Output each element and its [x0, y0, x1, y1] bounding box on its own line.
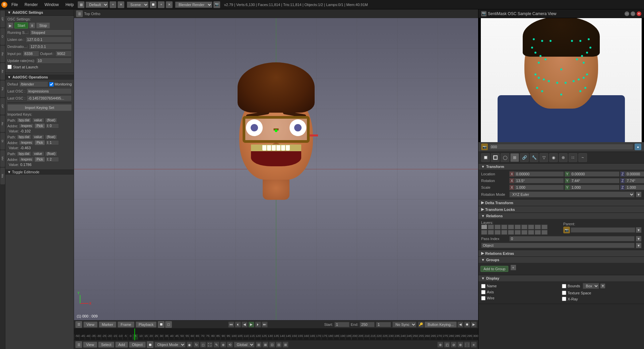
sidebar-tab-physics[interactable]: Ph: [0, 80, 5, 97]
rotation-mode-selector[interactable]: XYZ Euler: [509, 191, 635, 197]
path1-type[interactable]: value: [32, 118, 44, 123]
frame-start-input[interactable]: [334, 322, 349, 327]
current-frame-input[interactable]: [376, 322, 391, 327]
timeline-menu-icon[interactable]: ☰: [75, 321, 82, 328]
listen-on-input[interactable]: [25, 37, 72, 43]
addr2-pick[interactable]: Pick: [35, 140, 45, 145]
layout-selector[interactable]: Default: [86, 2, 108, 8]
addr2-value[interactable]: /expres: [19, 140, 34, 145]
menu-render[interactable]: Render: [22, 2, 40, 8]
import-keying-set-button[interactable]: Import Keying Set: [7, 104, 72, 111]
viewport-menu-icon[interactable]: ☰: [76, 10, 83, 17]
keying-rec[interactable]: ⏺: [464, 322, 470, 328]
addr3-value[interactable]: /expres: [19, 157, 34, 162]
keying-next[interactable]: ▶: [471, 322, 477, 328]
stop-button[interactable]: Stop: [36, 22, 50, 28]
window-close-button[interactable]: ✕: [637, 11, 641, 16]
layer-btn-14[interactable]: [501, 230, 507, 235]
path2-type[interactable]: value: [32, 134, 44, 139]
texture-space-checkbox[interactable]: [562, 291, 566, 295]
view-menu[interactable]: View: [83, 322, 98, 328]
sidebar-tab-display[interactable]: Di: [0, 133, 5, 150]
layer-btn-3[interactable]: [495, 225, 501, 229]
layer-btn-8[interactable]: [528, 225, 534, 229]
addr3-index[interactable]: [46, 157, 59, 162]
name-checkbox[interactable]: [481, 284, 486, 288]
scene-remove-icon[interactable]: ✕: [166, 1, 173, 8]
relations-header[interactable]: ▼ Relations: [478, 213, 644, 219]
sidebar-tab-create[interactable]: Cr: [0, 28, 5, 45]
vp-r2[interactable]: ◰: [444, 342, 450, 348]
viewport-settings-icon[interactable]: ☰: [75, 341, 82, 348]
delta-transform-header[interactable]: ▶ Delta Transform: [478, 199, 644, 206]
addr3-pick[interactable]: Pick: [35, 157, 45, 162]
sidebar-tab-grease-pencil[interactable]: GP: [0, 11, 5, 27]
start-at-launch-checkbox[interactable]: [7, 65, 12, 69]
layer-btn-13[interactable]: [495, 230, 501, 235]
prop-tab-data[interactable]: ▽: [539, 153, 548, 162]
window-minimize-button[interactable]: —: [625, 11, 629, 16]
prop-tab-texture[interactable]: ⊗: [559, 153, 568, 162]
sidebar-tab-grease-pencil2[interactable]: GP: [0, 98, 5, 115]
scale-z-input[interactable]: [625, 185, 644, 190]
prop-tab-world[interactable]: ◯: [501, 153, 509, 162]
pass-index-expand-icon[interactable]: ▼: [636, 236, 641, 241]
layer-btn-2[interactable]: [488, 225, 494, 229]
default-path-input[interactable]: [19, 81, 48, 87]
menu-file[interactable]: File: [9, 2, 20, 8]
frame-menu[interactable]: Frame: [118, 322, 134, 328]
prop-tab-particles[interactable]: ∷: [569, 153, 577, 162]
transform-selector[interactable]: Global: [234, 342, 255, 348]
scale-x-input[interactable]: [514, 185, 564, 190]
layer-btn-19[interactable]: [535, 230, 541, 235]
parent-input[interactable]: [571, 227, 635, 233]
path3-type2[interactable]: (float): [45, 151, 58, 156]
addr2-index[interactable]: [46, 140, 59, 145]
prop-tab-object[interactable]: ⊞: [510, 153, 519, 162]
add-to-group-button[interactable]: Add to Group: [480, 266, 508, 272]
update-rate-input[interactable]: [36, 58, 72, 64]
play-reverse-button[interactable]: ◀: [242, 322, 248, 328]
object-label-input[interactable]: [481, 243, 635, 248]
object-mode-selector[interactable]: Object Mode: [154, 342, 186, 348]
transform-locks-header[interactable]: ▶ Transform Locks: [478, 206, 644, 213]
prop-tab-render[interactable]: 🔲: [481, 153, 490, 162]
rot-x-input[interactable]: [514, 178, 564, 183]
menu-window[interactable]: Window: [42, 2, 62, 8]
snap3-btn[interactable]: ⊡: [269, 342, 275, 348]
pass-index-input[interactable]: [509, 236, 635, 241]
playback-menu[interactable]: Playback: [136, 322, 157, 328]
path3-value[interactable]: bpy.dat: [17, 151, 31, 156]
snap2-btn[interactable]: ⊠: [262, 342, 268, 348]
bounds-expand-icon[interactable]: ▼: [600, 284, 605, 288]
path1-type2[interactable]: (float): [45, 118, 58, 123]
output-port-input[interactable]: [55, 51, 72, 57]
scale-y-input[interactable]: [570, 185, 620, 190]
wire-checkbox[interactable]: [481, 296, 486, 300]
path3-type[interactable]: value: [32, 151, 44, 156]
path1-value[interactable]: bpy.dat: [17, 118, 31, 123]
bottom-object-btn[interactable]: Object: [129, 342, 146, 348]
layer-btn-6[interactable]: [515, 225, 521, 229]
layer-btn-16[interactable]: [515, 230, 521, 235]
sidebar-tab-relations[interactable]: Re: [0, 46, 5, 62]
scene-add-icon[interactable]: +: [158, 1, 165, 8]
vp-ctl-6[interactable]: ⊕: [220, 342, 226, 348]
layer-btn-5[interactable]: [508, 225, 514, 229]
frame-end-input[interactable]: [360, 322, 375, 327]
sidebar-tab-mv2[interactable]: MV: [0, 150, 5, 167]
snap5-btn[interactable]: ⊞: [282, 342, 288, 348]
layer-btn-9[interactable]: [535, 225, 541, 229]
addr1-pick[interactable]: Pick: [35, 123, 45, 128]
vp-ctl-7[interactable]: ⟲: [227, 342, 233, 348]
addr1-index[interactable]: [46, 123, 59, 128]
groups-header[interactable]: ▼ Groups: [478, 257, 644, 263]
jump-start-button[interactable]: ⏮: [228, 322, 234, 328]
loc-x-input[interactable]: [514, 171, 564, 177]
vp-ctl-2[interactable]: ↻: [193, 342, 199, 348]
bottom-view-btn[interactable]: View: [83, 342, 97, 348]
window-maximize-button[interactable]: □: [631, 11, 635, 16]
play-button[interactable]: ▶: [248, 322, 254, 328]
layer-btn-20[interactable]: [541, 230, 548, 235]
vp-ctl-4[interactable]: ⛶: [207, 342, 213, 348]
